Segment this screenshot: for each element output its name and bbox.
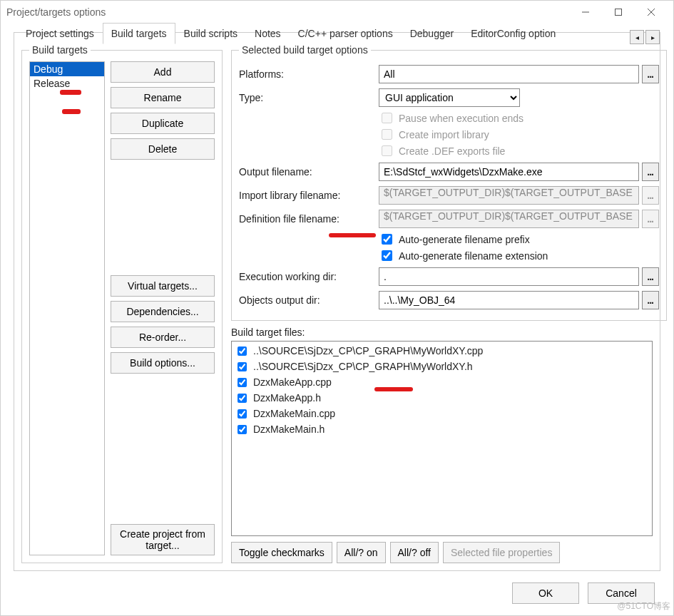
file-path: DzxMakeMain.cpp [253, 408, 335, 419]
pause-check-row: Pause when execution ends [379, 111, 659, 125]
target-files-area: Build target files: ..\SOURCE\SjDzx_CP\C… [231, 327, 653, 563]
def-file-check-row: Create .DEF exports file [379, 143, 659, 158]
tab-scroll: ◂ ▸ [628, 30, 660, 44]
all-off-button[interactable]: All/? off [390, 542, 439, 563]
auto-prefix-label: Auto-generate filename prefix [399, 234, 530, 245]
right-column: Selected build target options Platforms:… [231, 44, 653, 563]
auto-ext-checkbox[interactable] [382, 250, 392, 261]
tabs-scroll-left-icon[interactable]: ◂ [630, 30, 644, 44]
selected-options-legend: Selected build target options [239, 44, 371, 56]
build-targets-group: Build targets Debug Release Add Rename D… [21, 44, 223, 563]
def-file-browse-button: ... [642, 210, 659, 228]
file-path: DzxMakeApp.h [253, 392, 321, 404]
duplicate-button[interactable]: Duplicate [111, 113, 215, 134]
file-row[interactable]: DzxMakeApp.cpp [235, 374, 649, 390]
file-checkbox[interactable] [238, 409, 247, 419]
file-checkbox[interactable] [238, 362, 247, 371]
target-item-release[interactable]: Release [30, 76, 104, 91]
file-row[interactable]: DzxMakeMain.cpp [235, 406, 649, 421]
output-filename-input[interactable] [379, 163, 639, 181]
toggle-checkmarks-button[interactable]: Toggle checkmarks [231, 542, 332, 563]
file-checkbox[interactable] [238, 346, 247, 356]
auto-ext-label: Auto-generate filename extension [399, 250, 548, 262]
file-path: DzxMakeMain.h [253, 423, 325, 435]
type-label: Type: [239, 92, 374, 103]
tab-parser-options[interactable]: C/C++ parser options [290, 23, 402, 44]
exec-dir-browse-button[interactable]: ... [642, 267, 659, 286]
pause-checkbox [382, 113, 392, 123]
file-path: DzxMakeApp.cpp [253, 376, 332, 388]
file-checkbox[interactable] [238, 378, 247, 387]
file-path: ..\SOURCE\SjDzx_CP\CP_GRAPH\MyWorldXY.cp… [253, 345, 483, 356]
import-lib-browse-button: ... [642, 186, 659, 205]
reorder-button[interactable]: Re-order... [111, 327, 215, 348]
target-files-label: Build target files: [231, 327, 653, 338]
def-file-label: Create .DEF exports file [399, 145, 505, 157]
file-path: ..\SOURCE\SjDzx_CP\CP_GRAPH\MyWorldXY.h [253, 361, 473, 372]
target-item-debug[interactable]: Debug [30, 62, 104, 76]
pane: Build targets Debug Release Add Rename D… [21, 44, 653, 563]
content-area: Project settings Build targets Build scr… [14, 32, 660, 571]
build-targets-legend: Build targets [29, 44, 91, 56]
rename-button[interactable]: Rename [111, 87, 215, 108]
build-options-button[interactable]: Build options... [111, 352, 215, 374]
target-files-list[interactable]: ..\SOURCE\SjDzx_CP\CP_GRAPH\MyWorldXY.cp… [231, 341, 653, 536]
all-on-button[interactable]: All/? on [337, 542, 386, 563]
def-file-filename-input: $(TARGET_OUTPUT_DIR)$(TARGET_OUTPUT_BASE [379, 210, 639, 228]
output-filename-browse-button[interactable]: ... [642, 163, 659, 181]
tab-notes[interactable]: Notes [246, 23, 290, 44]
obj-dir-label: Objects output dir: [239, 294, 374, 306]
virtual-targets-button[interactable]: Virtual targets... [111, 275, 215, 297]
add-button[interactable]: Add [111, 61, 215, 83]
exec-dir-input[interactable] [379, 267, 639, 286]
tabs-strip: Project settings Build targets Build scr… [14, 19, 660, 44]
selected-target-options-group: Selected build target options Platforms:… [231, 44, 667, 321]
tab-debugger[interactable]: Debugger [402, 23, 463, 44]
import-lib-filename-input: $(TARGET_OUTPUT_DIR)$(TARGET_OUTPUT_BASE [379, 186, 639, 205]
platforms-label: Platforms: [239, 68, 374, 80]
target-list[interactable]: Debug Release [29, 61, 105, 555]
svg-rect-1 [616, 9, 622, 16]
file-row[interactable]: DzxMakeApp.h [235, 390, 649, 406]
file-row[interactable]: DzxMakeMain.h [235, 421, 649, 437]
import-lib-label: Create import library [399, 129, 489, 140]
pause-label: Pause when execution ends [399, 113, 524, 124]
dialog-window: Project/targets options Project settings… [0, 0, 674, 616]
platforms-input[interactable] [379, 65, 639, 83]
delete-button[interactable]: Delete [111, 138, 215, 160]
obj-dir-browse-button[interactable]: ... [642, 291, 659, 309]
def-file-filename-label: Definition file filename: [239, 213, 374, 225]
tab-editorconfig[interactable]: EditorConfig option [462, 23, 564, 44]
file-row[interactable]: ..\SOURCE\SjDzx_CP\CP_GRAPH\MyWorldXY.cp… [235, 343, 649, 359]
auto-prefix-row[interactable]: Auto-generate filename prefix [379, 232, 659, 247]
obj-dir-input[interactable] [379, 291, 639, 309]
selected-file-properties-button: Selected file properties [443, 542, 560, 563]
platforms-browse-button[interactable]: ... [642, 65, 659, 83]
tab-build-targets[interactable]: Build targets [103, 23, 175, 44]
file-checkbox[interactable] [238, 425, 247, 434]
tab-build-scripts[interactable]: Build scripts [175, 23, 246, 44]
tab-project-settings[interactable]: Project settings [17, 23, 103, 44]
auto-ext-row[interactable]: Auto-generate filename extension [379, 248, 659, 263]
import-lib-check-row: Create import library [379, 127, 659, 142]
create-project-from-target-button[interactable]: Create project from target... [111, 524, 215, 555]
type-select[interactable]: GUI application [379, 88, 520, 107]
dependencies-button[interactable]: Dependencies... [111, 301, 215, 322]
output-filename-label: Output filename: [239, 166, 374, 178]
window-title: Project/targets options [6, 6, 106, 18]
ok-button[interactable]: OK [512, 582, 579, 604]
auto-prefix-checkbox[interactable] [382, 234, 392, 245]
import-lib-checkbox [382, 129, 392, 140]
watermark: @51CTO博客 [617, 600, 670, 612]
file-checkbox[interactable] [238, 394, 247, 403]
left-column: Build targets Debug Release Add Rename D… [21, 44, 223, 563]
file-row[interactable]: ..\SOURCE\SjDzx_CP\CP_GRAPH\MyWorldXY.h [235, 359, 649, 374]
import-lib-filename-label: Import library filename: [239, 190, 374, 201]
def-file-checkbox [382, 145, 392, 156]
exec-dir-label: Execution working dir: [239, 271, 374, 282]
tabs-scroll-right-icon[interactable]: ▸ [645, 30, 660, 44]
